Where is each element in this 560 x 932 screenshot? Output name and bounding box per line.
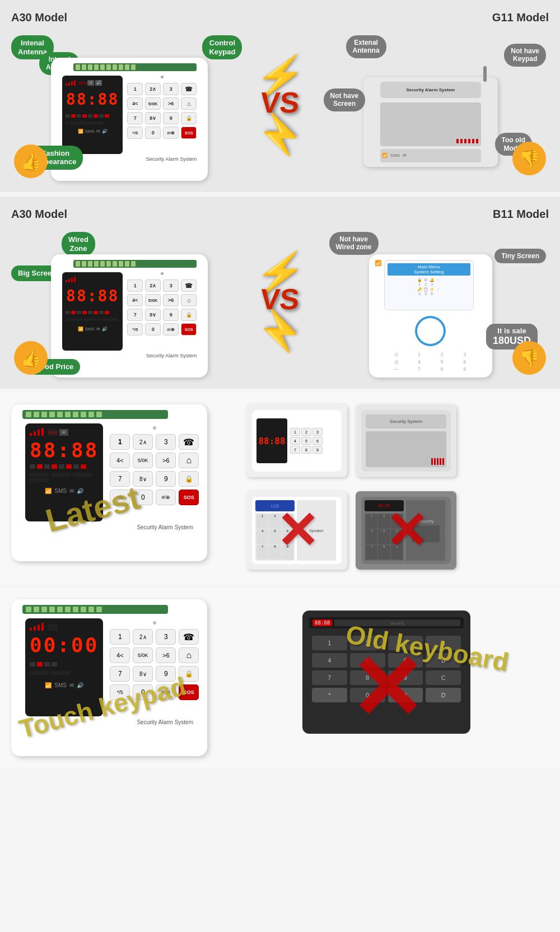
- small-product-1: 88:88 1 2 3 4 5 6: [246, 404, 347, 477]
- right-model-label-2: B11 Model: [493, 208, 549, 221]
- red-x-1: ✕: [276, 501, 318, 560]
- thumb-down-2: 👎: [512, 341, 546, 375]
- bubble-extenal-antenna: ExtenalAntenna: [346, 35, 386, 58]
- left-model-label-1: A30 Model: [11, 11, 67, 24]
- antenna: [483, 66, 487, 82]
- section-touch-vs-old: Touch keypad 👍: [0, 588, 560, 767]
- comparison-section-2: A30 Model B11 Model WiredZone Big Screen: [0, 197, 560, 389]
- red-display-1: 88:88: [66, 88, 119, 111]
- left-model-label-2: A30 Model: [11, 208, 67, 221]
- side-row-top: 88:88 1 2 3 4 5 6: [246, 404, 526, 477]
- terminal-strip-2: [73, 260, 197, 268]
- bubble-no-wired: Not haveWired zone: [329, 232, 379, 255]
- thumb-up-2: 👍: [14, 341, 48, 375]
- lcd-panel: SMS ✉ 🔊 88:88: [62, 76, 123, 154]
- g11-device: Security Alarm System 📶 SMS ✉: [363, 77, 498, 167]
- red-x-old: ✕: [349, 644, 424, 734]
- small-product-2: Security System: [356, 404, 456, 477]
- device-body: SMS ✉ 🔊 88:88: [57, 76, 202, 154]
- touch-screen: Main MenuSystem Setting 🔒1 ⚙2 🔔3 ↑ 🔑4 📋5…: [384, 260, 474, 310]
- red-display-2: 88:88: [66, 285, 119, 307]
- main-product-latest: Latest 👍: [11, 404, 235, 572]
- products-section: Latest 👍: [0, 393, 560, 584]
- brand-label-2: Security Alarm System: [57, 353, 202, 358]
- right-product-b11: Not haveWired zone Tiny Screen 📶 Main Me…: [312, 226, 549, 378]
- right-model-label-1: G11 Model: [492, 11, 549, 24]
- old-keyboard-side: Old keyboard 88:88 Security 1 2 3 A 4 5 …: [246, 599, 526, 734]
- right-product-g11: ExtenalAntenna Not haveKeypad Security A…: [312, 32, 549, 178]
- terminal-strip: [73, 63, 197, 71]
- terminal-pin: [76, 64, 80, 70]
- b11-device: 📶 Main MenuSystem Setting 🔒1 ⚙2 🔔3 ↑ 🔑4 …: [369, 254, 492, 378]
- comparison-section-1: A30 Model G11 Model IntenalAntenna Contr…: [0, 0, 560, 192]
- side-row-bottom: LCD 1 2 3 4 5 6 7 8 9 Speak: [246, 491, 526, 570]
- large-alarm-device: SMS ✉ 88:88: [11, 404, 207, 561]
- left-product-a30: IntenalAntenna ControlKeypad IntenalAnte…: [11, 30, 248, 181]
- circle-button[interactable]: [415, 316, 446, 346]
- side-products: 88:88 1 2 3 4 5 6: [246, 404, 526, 572]
- bubble-wired-zone: WiredZone: [62, 232, 95, 256]
- bubble-not-have-screen: Not haveScreen: [324, 88, 366, 111]
- lcd-panel-2: 88:88: [62, 272, 123, 351]
- red-x-2: ✕: [385, 501, 427, 560]
- bubble-control-keypad: ControlKeypad: [202, 35, 242, 59]
- keypad-area: 1 2∧ 3 ☎ 4< 5/0K >6 ⌂ 7: [127, 76, 197, 154]
- touch-keypad-product: Touch keypad 👍: [11, 599, 235, 756]
- bubble-tiny-screen: Tiny Screen: [494, 249, 546, 263]
- crossed-product-2: 88:88 1 2 3 4 5 6 7 8 9: [356, 491, 456, 570]
- vs-divider-2: ⚡ VS ⚡: [248, 257, 312, 347]
- thumb-down-1: 👎: [512, 142, 546, 175]
- thumb-up-1: 👍: [14, 145, 48, 178]
- vs-divider-1: ⚡ VS ⚡: [248, 60, 312, 151]
- crossed-product-1: LCD 1 2 3 4 5 6 7 8 9 Speak: [246, 491, 347, 570]
- left-product-a30-2: WiredZone Big Screen: [11, 226, 248, 378]
- bubble-not-have-keypad: Not haveKeypad: [504, 44, 546, 67]
- touch-keypad-device: 00:00 📶 SMS ✉ 🔊: [11, 599, 207, 756]
